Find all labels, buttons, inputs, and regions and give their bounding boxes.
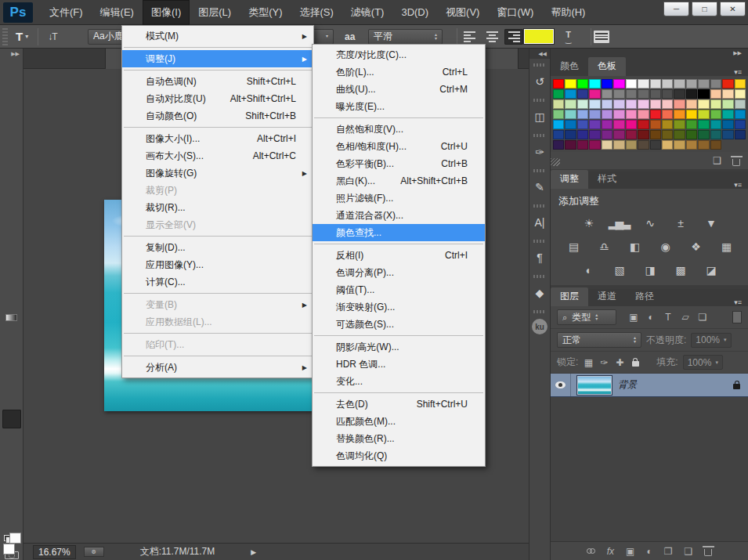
color-swatch[interactable] bbox=[553, 99, 564, 109]
color-swatch[interactable] bbox=[686, 140, 697, 150]
color-swatch[interactable] bbox=[602, 130, 612, 139]
color-balance-icon[interactable]: ♎ bbox=[594, 238, 614, 255]
color-swatch[interactable] bbox=[674, 130, 685, 139]
tab-layers[interactable]: 图层 bbox=[551, 287, 588, 306]
color-swatch[interactable] bbox=[722, 120, 733, 129]
menu-item[interactable]: 画布大小(S)... Alt+Ctrl+C bbox=[122, 147, 313, 164]
color-swatch[interactable] bbox=[626, 140, 637, 150]
new-swatch-button[interactable]: ❑ bbox=[713, 155, 721, 166]
menu-item[interactable] bbox=[122, 67, 313, 73]
menubar-item[interactable]: 类型(Y) bbox=[240, 0, 291, 25]
lock-pixels-icon[interactable]: ✑ bbox=[598, 356, 609, 370]
color-swatch[interactable] bbox=[577, 89, 588, 99]
lock-all-icon[interactable] bbox=[630, 356, 641, 370]
history-brush-tool[interactable]: ↺ bbox=[2, 267, 21, 286]
menu-item[interactable]: 反相(I) Ctrl+I bbox=[313, 247, 485, 264]
color-swatch[interactable] bbox=[674, 110, 685, 119]
opacity-select[interactable]: 100% ▾ bbox=[691, 333, 731, 348]
color-swatch[interactable] bbox=[638, 99, 649, 109]
brush-presets-panel-icon[interactable]: ✎ bbox=[530, 178, 549, 197]
menu-item[interactable]: 通道混合器(X)... bbox=[313, 207, 485, 224]
menu-item[interactable]: 阴影/高光(W)... bbox=[313, 338, 485, 356]
align-center-button[interactable] bbox=[482, 29, 501, 45]
collapse-toolbar-button[interactable]: ▶▶ bbox=[0, 49, 23, 58]
magic-wand-tool[interactable]: ✱ bbox=[2, 125, 21, 143]
color-swatch[interactable] bbox=[686, 110, 697, 119]
color-swatch[interactable] bbox=[638, 130, 649, 139]
color-swatch[interactable] bbox=[698, 99, 709, 109]
color-lookup-icon[interactable]: ▦ bbox=[716, 238, 736, 255]
character-panel-icon[interactable]: A| bbox=[530, 213, 549, 232]
type-tool[interactable]: T bbox=[2, 410, 21, 428]
color-swatch[interactable] bbox=[565, 140, 576, 150]
panel-grip[interactable] bbox=[533, 204, 546, 208]
tool-item[interactable] bbox=[2, 369, 21, 388]
menu-item[interactable]: 图像大小(I)... Alt+Ctrl+I bbox=[122, 130, 313, 147]
filter-pixel-icon[interactable]: ▣ bbox=[626, 310, 641, 324]
tab-adjustments[interactable]: 调整 bbox=[551, 170, 588, 189]
color-swatch[interactable] bbox=[686, 130, 697, 139]
layer-thumbnail[interactable] bbox=[577, 376, 612, 395]
color-swatch[interactable] bbox=[735, 110, 746, 119]
color-swatch[interactable] bbox=[735, 120, 746, 129]
menubar-item[interactable]: 图层(L) bbox=[190, 0, 240, 25]
color-swatch[interactable] bbox=[710, 140, 721, 150]
brightness-contrast-icon[interactable]: ☀ bbox=[578, 215, 598, 232]
color-swatch[interactable] bbox=[613, 110, 624, 119]
link-layers-button[interactable] bbox=[587, 548, 595, 554]
color-swatch[interactable] bbox=[626, 120, 637, 129]
color-swatch[interactable] bbox=[565, 120, 576, 129]
color-swatch[interactable] bbox=[577, 99, 588, 109]
minimize-button[interactable]: ─ bbox=[663, 2, 689, 16]
align-left-button[interactable] bbox=[461, 29, 479, 45]
menu-item[interactable]: 图像旋转(G) ▶ bbox=[122, 164, 313, 182]
path-selection-tool[interactable]: ⊳ bbox=[2, 430, 21, 449]
menu-item[interactable]: 色调分离(P)... bbox=[313, 264, 485, 281]
color-swatch[interactable] bbox=[577, 110, 588, 119]
blur-tool[interactable]: ◆ bbox=[2, 328, 21, 347]
color-swatch[interactable] bbox=[650, 99, 661, 109]
color-swatch[interactable] bbox=[662, 79, 673, 89]
color-swatch[interactable] bbox=[722, 110, 733, 119]
color-swatch[interactable] bbox=[589, 120, 600, 129]
vibrance-icon[interactable]: ▼ bbox=[700, 215, 721, 232]
color-swatch[interactable] bbox=[565, 99, 576, 109]
color-swatch[interactable] bbox=[650, 120, 661, 129]
delete-swatch-button[interactable] bbox=[732, 159, 740, 166]
menu-item[interactable]: 变量(B) ▶ bbox=[122, 296, 313, 313]
color-swatch[interactable] bbox=[710, 89, 721, 99]
photo-filter-icon[interactable]: ◉ bbox=[655, 238, 675, 255]
color-swatch[interactable] bbox=[710, 120, 721, 129]
shape-tool[interactable]: ▭ bbox=[2, 450, 21, 469]
toggle-panels-button[interactable] bbox=[594, 31, 609, 43]
panel-grip[interactable] bbox=[533, 99, 546, 102]
paragraph-panel-icon[interactable]: ¶ bbox=[530, 248, 549, 267]
color-swatch[interactable] bbox=[589, 79, 600, 89]
menubar-item[interactable]: 图像(I) bbox=[143, 0, 190, 25]
color-swatch[interactable] bbox=[662, 140, 673, 150]
tab-styles[interactable]: 样式 bbox=[588, 170, 626, 189]
tool-item[interactable] bbox=[2, 471, 21, 490]
color-swatch[interactable] bbox=[638, 110, 649, 119]
hue-saturation-icon[interactable]: ▤ bbox=[563, 238, 584, 255]
color-swatch[interactable] bbox=[589, 99, 600, 109]
color-swatch[interactable] bbox=[602, 89, 612, 99]
filter-shape-icon[interactable]: ▱ bbox=[678, 310, 693, 324]
color-swatch[interactable] bbox=[626, 110, 637, 119]
menu-item[interactable] bbox=[122, 331, 313, 336]
color-swatch[interactable] bbox=[698, 140, 709, 150]
selective-color-icon[interactable]: ◪ bbox=[700, 262, 721, 279]
text-color-swatch[interactable] bbox=[523, 28, 555, 45]
menu-item[interactable] bbox=[122, 233, 313, 239]
color-swatch[interactable] bbox=[638, 79, 649, 89]
menu-item[interactable]: 可选颜色(S)... bbox=[313, 316, 485, 333]
expand-panels-button[interactable]: ◀◀ bbox=[529, 49, 550, 59]
color-swatch[interactable] bbox=[602, 140, 612, 150]
menu-item[interactable] bbox=[313, 390, 485, 396]
color-swatch[interactable] bbox=[553, 110, 564, 119]
menu-item[interactable]: 模式(M) ▶ bbox=[122, 27, 313, 45]
menu-item[interactable]: 变化... bbox=[313, 373, 485, 390]
color-swatch[interactable] bbox=[613, 99, 624, 109]
tab-color[interactable]: 颜色 bbox=[551, 57, 588, 76]
menu-item[interactable]: 自动颜色(O) Shift+Ctrl+B bbox=[122, 107, 313, 125]
